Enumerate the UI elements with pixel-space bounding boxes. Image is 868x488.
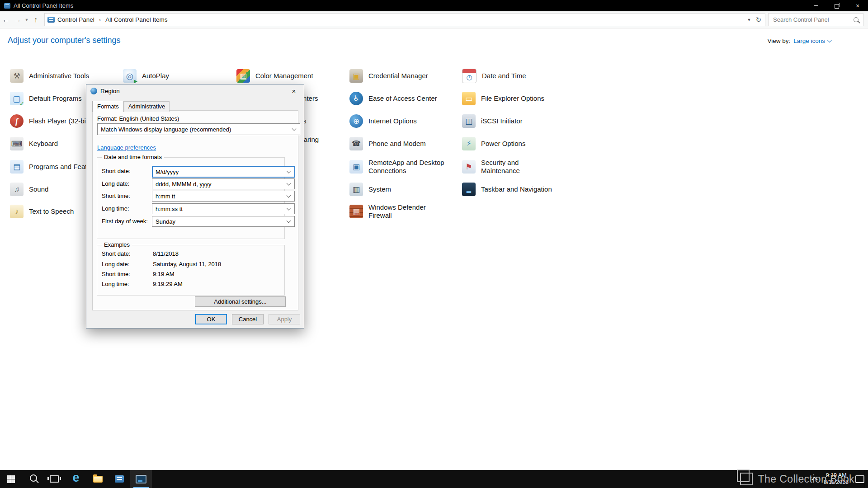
refresh-button[interactable]: ↻ — [755, 16, 761, 23]
format-row-label: First day of week: — [102, 218, 148, 225]
control-panel-app-icon — [4, 3, 10, 9]
control-panel-item[interactable]: Security and Maintenance — [462, 158, 571, 176]
task-view-button[interactable] — [43, 470, 65, 488]
control-panel-item-label: AutoPlay — [142, 72, 169, 80]
control-panel-item[interactable]: Color Management — [236, 67, 345, 85]
region-globe-icon — [90, 88, 97, 94]
taskbar-icons — [0, 470, 868, 488]
control-panel-item-label: Taskbar and Navigation — [481, 185, 552, 193]
search-input[interactable] — [772, 16, 854, 23]
start-button[interactable] — [0, 470, 22, 488]
example-label: Short time: — [102, 271, 130, 277]
tab-formats[interactable]: Formats — [92, 101, 124, 112]
tray-date: 8/11/2018 — [824, 479, 849, 486]
navigation-bar: ← → ▼ ↑ Control Panel›All Control Panel … — [0, 11, 868, 28]
control-panel-item[interactable]: Phone and Modem — [349, 135, 458, 153]
control-panel-item[interactable]: Administrative Tools — [10, 67, 118, 85]
close-button[interactable]: × — [847, 0, 868, 11]
control-panel-item-label: Default Programs — [29, 94, 82, 103]
control-panel-item[interactable]: Power Options — [462, 135, 571, 153]
control-panel-item[interactable]: RemoteApp and Desktop Connections — [349, 158, 458, 176]
breadcrumb-item[interactable]: All Control Panel Items — [104, 15, 169, 24]
breadcrumb-item[interactable]: Control Panel — [56, 15, 96, 24]
control-panel-item-label: File Explorer Options — [481, 94, 544, 103]
keyboard-icon — [10, 137, 24, 150]
window-title: All Control Panel Items — [14, 2, 73, 9]
dialog-footer: OK Cancel Apply — [86, 314, 304, 324]
format-row-combobox[interactable]: h:mm:ss tt — [152, 203, 295, 214]
iscsi-initiator-icon — [462, 114, 476, 128]
minimize-button[interactable] — [806, 0, 826, 11]
address-tools: ▼ ↻ — [747, 16, 763, 23]
breadcrumb: Control Panel›All Control Panel Items — [56, 15, 747, 24]
control-panel-item[interactable]: iSCSI Initiator — [462, 112, 571, 130]
example-value: 9:19 AM — [153, 271, 175, 277]
language-preferences-link[interactable]: Language preferences — [97, 144, 156, 151]
example-label: Short date: — [102, 250, 131, 257]
datetime-formats-group: Date and time formats Short date:M/d/yyy… — [97, 157, 285, 239]
dialog-tabs: FormatsAdministrative — [92, 100, 170, 112]
ok-button[interactable]: OK — [195, 314, 227, 324]
system-icon — [349, 183, 363, 196]
maximize-button[interactable] — [826, 0, 847, 11]
apply-button: Apply — [269, 314, 300, 324]
tray-chevron-icon[interactable] — [811, 477, 818, 483]
format-row-combobox[interactable]: h:mm tt — [152, 191, 295, 202]
file-explorer-button[interactable] — [87, 470, 108, 488]
active-app-button[interactable] — [130, 470, 152, 488]
cancel-button[interactable]: Cancel — [232, 314, 264, 324]
datetime-formats-group-label: Date and time formats — [102, 154, 164, 160]
control-panel-item[interactable]: System — [349, 180, 458, 198]
back-button[interactable]: ← — [0, 14, 12, 26]
control-panel-item-label: Phone and Modem — [368, 140, 426, 148]
tab-administrative[interactable]: Administrative — [124, 101, 170, 112]
format-label: Format: English (United States) — [97, 115, 179, 122]
additional-settings-button[interactable]: Additional settings... — [195, 296, 286, 307]
format-row-value: M/d/yyyy — [156, 169, 179, 175]
edge-button[interactable] — [65, 470, 87, 488]
window-titlebar: All Control Panel Items × — [0, 0, 868, 11]
show-desktop-button[interactable] — [865, 470, 868, 488]
search-box[interactable] — [768, 13, 863, 26]
control-panel-item[interactable]: Internet Options — [349, 112, 458, 130]
address-dropdown-button[interactable]: ▼ — [747, 18, 751, 22]
control-panel-button[interactable] — [108, 470, 130, 488]
address-bar[interactable]: Control Panel›All Control Panel Items ▼ … — [44, 13, 765, 26]
control-panel-item-label: RemoteApp and Desktop Connections — [368, 159, 445, 175]
control-panel-item[interactable]: Taskbar and Navigation — [462, 180, 571, 198]
breadcrumb-chevron-icon: › — [98, 16, 102, 23]
example-label: Long date: — [102, 261, 129, 267]
format-combobox[interactable]: Match Windows display language (recommen… — [97, 123, 300, 135]
action-center-icon[interactable] — [855, 475, 864, 483]
back-icon: ← — [2, 16, 9, 24]
control-panel-item[interactable]: File Explorer Options — [462, 89, 571, 108]
control-panel-item-label: iSCSI Initiator — [481, 117, 523, 125]
search-button[interactable] — [22, 470, 43, 488]
forward-icon: → — [14, 16, 21, 24]
format-row-combobox[interactable]: M/d/yyyy — [152, 166, 295, 178]
control-panel-item[interactable]: Date and Time — [462, 67, 571, 85]
format-row-label: Short date: — [102, 168, 131, 174]
sound-icon — [10, 183, 24, 196]
recent-locations-button[interactable]: ▼ — [24, 14, 30, 26]
format-row-combobox[interactable]: Sunday — [152, 216, 295, 227]
examples-group: Examples Short date:8/11/2018Long date:S… — [97, 245, 285, 296]
forward-button[interactable]: → — [12, 14, 24, 26]
format-row-value: dddd, MMMM d, yyyy — [156, 181, 212, 188]
dialog-close-button[interactable]: × — [284, 85, 303, 97]
control-panel-item-label: Flash Player (32-bit) — [29, 117, 90, 125]
search-icon — [854, 17, 859, 22]
dialog-titlebar[interactable]: Region — [86, 84, 304, 97]
phone-modem-icon — [349, 137, 363, 150]
up-button[interactable]: ↑ — [30, 14, 42, 26]
control-panel-item[interactable]: Windows Defender Firewall — [349, 202, 458, 221]
active-app-icon — [136, 475, 146, 483]
control-panel-item[interactable]: Credential Manager — [349, 67, 458, 85]
tray-clock[interactable]: 9:19 AM 8/11/2018 — [821, 472, 851, 486]
minimize-icon — [814, 5, 818, 6]
control-panel-item[interactable]: Ease of Access Center — [349, 89, 458, 108]
taskbar-navigation-icon — [462, 183, 476, 196]
control-panel-item[interactable]: AutoPlay — [123, 67, 231, 85]
file-explorer-icon — [93, 476, 103, 483]
format-row-combobox[interactable]: dddd, MMMM d, yyyy — [152, 178, 295, 189]
